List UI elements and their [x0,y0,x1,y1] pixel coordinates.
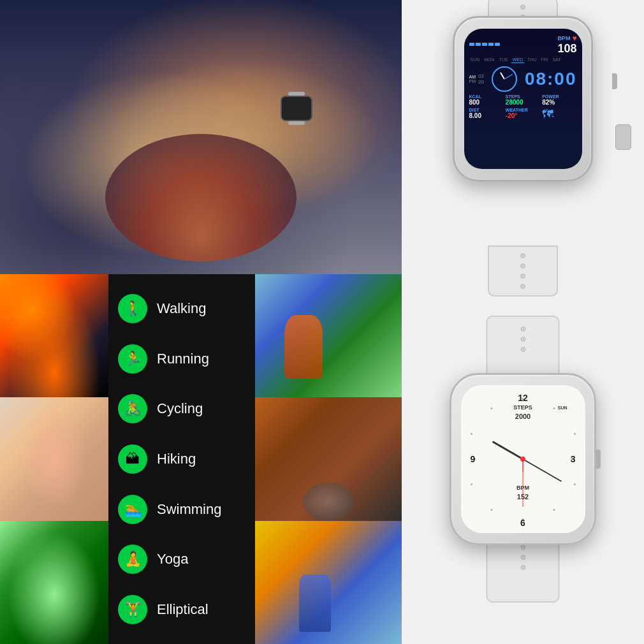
main-grid: BPM ♥ 108 SUN MON TUE WED THU FRI [0,0,644,644]
watch-display-2: 12 3 6 9 STEPS 2000 SUN BPM [402,274,644,644]
time-row: AM PM 02 20 08:00 [469,66,577,92]
day-sun: SUN [469,57,481,63]
mode-hiking[interactable]: 🏔 Hiking [118,444,245,474]
bike-wheel [303,483,354,521]
clock-num-9: 9 [471,454,476,464]
watch-screen-1: BPM ♥ 108 SUN MON TUE WED THU FRI [464,29,582,169]
weather-label: WEATHER [506,108,540,112]
sport-modes: 🚶 Walking 🏃 Running 🚴 Cycling 🏔 Hiking 🏊… [0,274,402,644]
analog-clock [492,66,517,92]
date-month: 02 [478,73,484,79]
steps-label: STEPS [506,94,540,99]
photo-hiking [0,274,108,397]
band-hole [520,555,525,560]
watch-container-1: BPM ♥ 108 SUN MON TUE WED THU FRI [434,16,612,258]
stats-grid: KCAL 800 STEPS 28000 POWER 82% DIST [469,94,577,121]
photo-swimming-yoga [255,521,402,644]
swimming-icon: 🏊 [118,495,147,524]
mode-swimming[interactable]: 🏊 Swimming [118,495,245,524]
photos-left [0,274,108,644]
stat-dist: DIST 8.00 [469,108,504,121]
elliptical-label: Elliptical [157,601,209,618]
elliptical-icon: 🏋 [118,595,147,624]
photo-yoga [0,397,108,520]
date-day: 20 [478,79,484,85]
mode-running[interactable]: 🏃 Running [118,344,245,374]
tick-1 [553,407,555,409]
date-section: 02 20 [478,73,484,85]
tick-2 [574,433,576,435]
bpm-section: BPM ♥ 108 [557,34,576,54]
bpm-label: BPM [557,35,570,41]
tick-5 [553,509,555,511]
day-indicator: SUN MON TUE WED THU FRI SAT [469,57,577,63]
running-label: Running [157,351,209,367]
steps-value: 28000 [506,99,540,106]
band-hole [520,4,525,10]
elliptical-silhouette [0,521,108,644]
mode-elliptical[interactable]: 🏋 Elliptical [118,595,245,624]
runner-figure [284,315,323,379]
day-fri: FRI [539,57,549,63]
clock-num-6: 6 [520,518,525,528]
steps-value-face: 2000 [513,412,532,421]
battery-bar [469,43,500,46]
hero-image [0,0,402,274]
steps-section: STEPS 2000 [513,404,532,421]
running-overlay [255,274,402,397]
band-hole [520,253,525,258]
center-dot [520,457,525,462]
hour-hand-2 [492,441,523,460]
cycling-label: Cycling [157,400,203,417]
photo-running [255,274,402,397]
yoga-label: Yoga [157,551,188,567]
mode-walking[interactable]: 🚶 Walking [118,294,245,323]
clock-num-3: 3 [571,454,576,464]
band-hole [520,274,525,279]
watch-band-bottom [488,245,558,296]
photo-elliptical [0,521,108,644]
kcal-label: KCAL [469,94,504,99]
tick-8 [471,483,472,485]
hiking-icon: 🏔 [118,444,147,474]
stat-map: 🗺 [542,108,576,121]
tick-4 [574,483,576,485]
pm-label: PM [469,79,476,84]
band-hole [520,284,525,289]
watch-button-2[interactable] [596,450,601,469]
sun-label: SUN [558,406,567,410]
band-hole [520,326,525,332]
swimming-label: Swimming [157,501,221,518]
band-hole [520,347,525,352]
band-hole [520,337,525,342]
watch-display-1: BPM ♥ 108 SUN MON TUE WED THU FRI [402,0,644,274]
bpm-value: 108 [557,43,576,54]
watch-body-1: BPM ♥ 108 SUN MON TUE WED THU FRI [453,16,593,182]
watch-clasp [615,124,631,150]
tick-10 [471,433,472,435]
running-icon: 🏃 [118,344,147,374]
hiking-silhouette [0,274,108,397]
heart-icon: ♥ [572,34,576,43]
mode-list: 🚶 Walking 🏃 Running 🚴 Cycling 🏔 Hiking 🏊… [108,274,255,644]
power-value: 82% [542,99,576,106]
stat-kcal: KCAL 800 [469,94,504,106]
bpm-row: BPM ♥ 108 [469,34,577,54]
shoe-area [105,134,296,261]
watch-body-2: 12 3 6 9 STEPS 2000 SUN BPM [450,373,596,545]
watch-screen-2: 12 3 6 9 STEPS 2000 SUN BPM [461,385,585,533]
watch-button[interactable] [612,73,617,89]
mode-cycling[interactable]: 🚴 Cycling [118,394,245,423]
day-mon: MON [483,57,495,63]
yoga-icon: 🧘 [118,545,147,574]
hiking-label: Hiking [157,451,196,467]
band-hole [520,263,525,268]
stat-weather: WEATHER -20° [506,108,540,121]
stat-steps: STEPS 28000 [506,94,540,106]
dist-value: 8.00 [469,112,504,119]
watch-container-2: 12 3 6 9 STEPS 2000 SUN BPM [434,316,612,603]
am-label: AM [469,75,476,79]
day-wed: WED [511,57,524,63]
mode-yoga[interactable]: 🧘 Yoga [118,545,245,574]
steps-label-face: STEPS [513,404,532,412]
